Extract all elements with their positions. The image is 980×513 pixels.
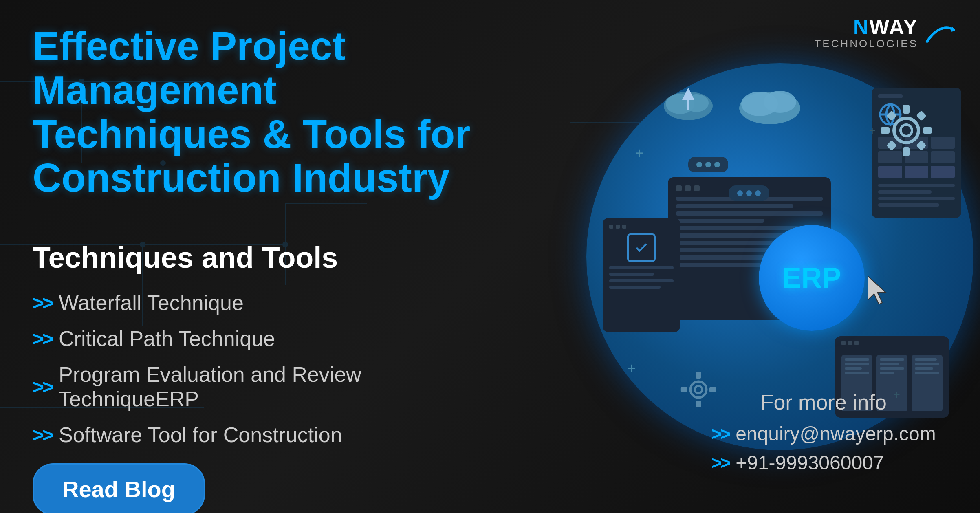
list-item: >> Waterfall Technique	[33, 291, 507, 315]
logo-arrow-icon	[923, 21, 956, 46]
svg-rect-44	[696, 401, 701, 407]
techniques-list: >> Waterfall Technique >> Critical Path …	[33, 291, 507, 447]
title-line2: Techniques & Tools for	[33, 112, 470, 156]
left-panel: Effective Project Management Techniques …	[0, 0, 539, 513]
gear-icon	[880, 104, 933, 159]
cloud-icon	[733, 75, 806, 126]
svg-point-28	[764, 91, 796, 113]
list-item: >> Program Evaluation and Review Techniq…	[33, 362, 507, 411]
left-card	[603, 218, 680, 332]
logo-container: NWAY TECHNOLOGIES	[814, 16, 956, 50]
arrow-icon: >>	[33, 424, 52, 446]
svg-marker-47	[868, 276, 885, 304]
title-line3: Construction Industry	[33, 155, 450, 200]
technique-label: Critical Path Technique	[59, 326, 275, 351]
title-section: Effective Project Management Techniques …	[33, 24, 507, 225]
read-blog-button[interactable]: Read Blog	[33, 463, 205, 513]
phone-arrow: >>	[711, 453, 729, 473]
svg-rect-35	[886, 110, 896, 121]
svg-rect-33	[881, 127, 890, 134]
svg-rect-38	[916, 140, 926, 150]
svg-rect-43	[696, 372, 701, 378]
brand-name: NWAY	[853, 16, 918, 37]
arrow-icon: >>	[33, 328, 52, 350]
plus-icon-1: +	[635, 145, 644, 162]
svg-point-42	[695, 386, 702, 393]
svg-rect-31	[903, 105, 910, 114]
cloud-upload-icon	[660, 79, 717, 122]
svg-rect-36	[916, 110, 926, 121]
svg-point-29	[894, 118, 918, 143]
techniques-heading: Techniques and Tools	[33, 241, 507, 274]
svg-point-30	[901, 125, 912, 136]
cursor-icon	[868, 276, 892, 306]
svg-rect-37	[886, 140, 896, 150]
contact-info-section: For more info >> enquiry@nwayerp.com >> …	[711, 390, 936, 480]
phone-row: >> +91-9993060007	[711, 451, 936, 474]
techniques-section: Techniques and Tools >> Waterfall Techni…	[33, 225, 507, 463]
erp-label: ERP	[782, 262, 841, 294]
arrow-icon: >>	[33, 376, 52, 398]
bottom-section: Read Blog	[33, 463, 507, 513]
email-row: >> enquiry@nwayerp.com	[711, 423, 936, 445]
chat-bubble-2	[729, 185, 769, 201]
right-panel: NWAY TECHNOLOGIES	[539, 0, 980, 513]
technique-label: Software Tool for Construction	[59, 423, 342, 447]
brand-subtitle: TECHNOLOGIES	[814, 37, 918, 50]
technique-label: Waterfall Technique	[59, 291, 244, 315]
page-title: Effective Project Management Techniques …	[33, 24, 507, 200]
plus-icon-2: +	[627, 360, 636, 377]
erp-circle: ERP	[759, 225, 865, 331]
svg-rect-32	[903, 147, 910, 156]
svg-rect-45	[681, 387, 687, 392]
logo-text: NWAY TECHNOLOGIES	[814, 16, 918, 50]
svg-point-41	[690, 381, 707, 398]
arrow-icon: >>	[33, 292, 52, 314]
svg-rect-34	[923, 127, 932, 134]
phone-number: +91-9993060007	[736, 451, 884, 474]
list-item: >> Critical Path Technique	[33, 326, 507, 351]
email-arrow: >>	[711, 424, 729, 444]
plus-icon-3: +	[869, 124, 876, 137]
main-container: Effective Project Management Techniques …	[0, 0, 980, 513]
technique-label: Program Evaluation and Review TechniqueE…	[59, 362, 507, 411]
email-address: enquiry@nwayerp.com	[736, 423, 936, 445]
list-item: >> Software Tool for Construction	[33, 423, 507, 447]
chat-bubble-1	[688, 157, 728, 172]
for-more-info-label: For more info	[711, 390, 936, 414]
title-line1: Effective Project Management	[33, 24, 346, 112]
